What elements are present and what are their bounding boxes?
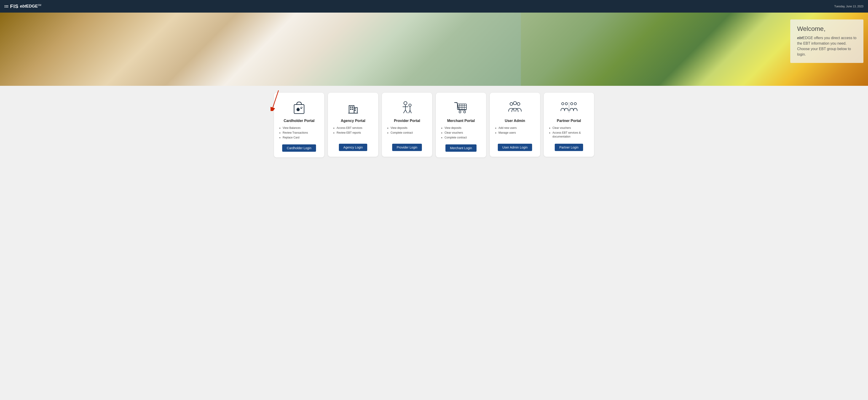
logo-area: FIS ebtEDGESM bbox=[5, 3, 41, 9]
merchant-login-button[interactable]: Merchant Login bbox=[445, 144, 477, 152]
svg-point-3 bbox=[297, 108, 300, 111]
svg-point-37 bbox=[574, 103, 577, 105]
fis-text: FIS bbox=[10, 3, 19, 9]
svg-point-32 bbox=[517, 103, 520, 105]
user-admin-title: User Admin bbox=[505, 119, 525, 123]
svg-point-19 bbox=[409, 104, 411, 106]
partner-icon bbox=[560, 99, 578, 116]
cardholder-icon bbox=[290, 99, 308, 116]
hero-scene: Welcome, ebtEDGE offers you direct acces… bbox=[0, 12, 868, 86]
provider-login-button[interactable]: Provider Login bbox=[392, 144, 422, 151]
svg-line-17 bbox=[403, 110, 405, 113]
partner-login-button[interactable]: Partner Login bbox=[555, 144, 583, 151]
provider-bullets: View deposits Complete contract bbox=[386, 126, 413, 140]
user-admin-icon bbox=[506, 99, 524, 116]
agency-title: Agency Portal bbox=[341, 119, 365, 123]
cardholder-bullets: View Balances Review Transactions Replac… bbox=[279, 126, 308, 140]
hero-left-panel bbox=[0, 12, 521, 86]
svg-rect-6 bbox=[350, 107, 351, 108]
merchant-icon bbox=[452, 99, 470, 116]
ebtedge-logo: ebtEDGESM bbox=[20, 4, 41, 9]
user-admin-bullets: Add new users Manage users bbox=[494, 126, 517, 140]
agency-login-button[interactable]: Agency Login bbox=[339, 144, 368, 151]
svg-point-36 bbox=[570, 103, 573, 105]
cardholder-card-wrapper: Cardholder Portal View Balances Review T… bbox=[274, 93, 324, 158]
user-admin-card: User Admin Add new users Manage users Us… bbox=[490, 93, 540, 157]
cardholder-title: Cardholder Portal bbox=[283, 119, 314, 123]
hero-banner: Welcome, ebtEDGE offers you direct acces… bbox=[0, 12, 868, 86]
hero-right-panel: Welcome, ebtEDGE offers you direct acces… bbox=[521, 12, 868, 86]
svg-point-30 bbox=[464, 111, 466, 113]
provider-card-wrapper: Provider Portal View deposits Complete c… bbox=[382, 93, 432, 158]
partner-card: Partner Portal Clear vouchers Access EBT… bbox=[544, 93, 594, 157]
header: FIS ebtEDGESM Tuesday, June 13, 2023 bbox=[0, 0, 868, 12]
cards-section: Cardholder Portal View Balances Review T… bbox=[0, 86, 868, 164]
svg-rect-12 bbox=[355, 110, 355, 111]
partner-card-wrapper: Partner Portal Clear vouchers Access EBT… bbox=[544, 93, 594, 158]
cards-wrapper: Cardholder Portal View Balances Review T… bbox=[274, 93, 594, 158]
provider-icon bbox=[398, 99, 416, 116]
date-display: Tuesday, June 13, 2023 bbox=[834, 5, 863, 8]
welcome-heading: Welcome, bbox=[797, 25, 857, 32]
svg-rect-11 bbox=[355, 109, 355, 109]
cardholder-card: Cardholder Portal View Balances Review T… bbox=[274, 93, 324, 158]
svg-rect-8 bbox=[350, 109, 351, 110]
user-admin-card-wrapper: User Admin Add new users Manage users Us… bbox=[490, 93, 540, 158]
svg-point-14 bbox=[404, 102, 407, 105]
svg-point-29 bbox=[459, 111, 461, 113]
merchant-card-wrapper: Merchant Portal View deposits Clear vouc… bbox=[436, 93, 486, 158]
agency-bullets: Access EBT services Review EBT reports bbox=[333, 126, 362, 140]
svg-rect-7 bbox=[352, 107, 353, 108]
svg-rect-9 bbox=[352, 109, 353, 110]
provider-title: Provider Portal bbox=[394, 119, 420, 123]
cardholder-login-button[interactable]: Cardholder Login bbox=[282, 144, 316, 152]
svg-point-34 bbox=[562, 103, 564, 105]
merchant-card: Merchant Portal View deposits Clear vouc… bbox=[436, 93, 486, 158]
svg-point-33 bbox=[513, 102, 517, 105]
agency-card-wrapper: Agency Portal Access EBT services Review… bbox=[328, 93, 378, 158]
merchant-bullets: View deposits Clear vouchers Complete co… bbox=[440, 126, 467, 140]
svg-rect-5 bbox=[349, 106, 354, 113]
svg-line-21 bbox=[409, 110, 410, 113]
svg-point-31 bbox=[510, 103, 513, 105]
svg-point-35 bbox=[565, 103, 567, 105]
svg-line-22 bbox=[410, 110, 411, 113]
welcome-box: Welcome, ebtEDGE offers you direct acces… bbox=[790, 20, 863, 63]
welcome-text: ebtEDGE offers you direct access to the … bbox=[797, 35, 857, 57]
agency-icon bbox=[344, 99, 362, 116]
user-admin-login-button[interactable]: User Admin Login bbox=[498, 144, 532, 151]
partner-bullets: Clear vouchers Access EBT services & doc… bbox=[548, 126, 589, 140]
agency-card: Agency Portal Access EBT services Review… bbox=[328, 93, 378, 157]
provider-card: Provider Portal View deposits Complete c… bbox=[382, 93, 432, 157]
merchant-title: Merchant Portal bbox=[447, 119, 475, 123]
svg-line-18 bbox=[405, 110, 407, 113]
partner-title: Partner Portal bbox=[557, 119, 581, 123]
fis-dots-icon bbox=[5, 5, 8, 7]
